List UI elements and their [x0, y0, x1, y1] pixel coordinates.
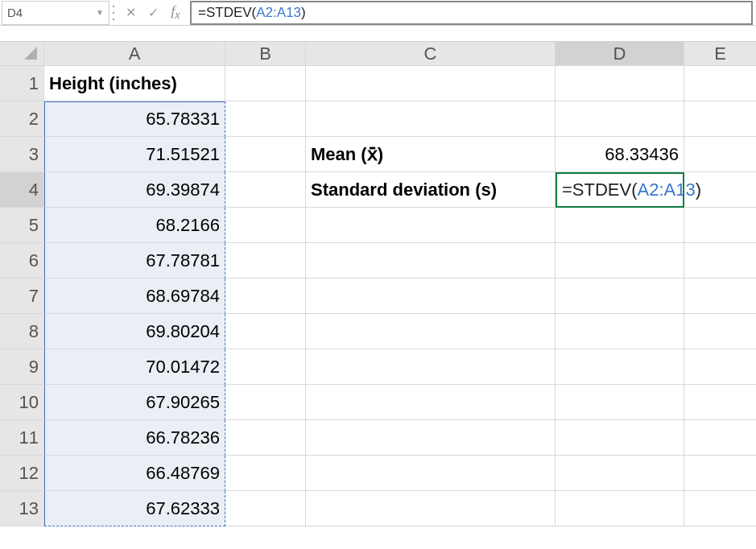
spacer — [0, 26, 756, 42]
col-header-C[interactable]: C — [306, 42, 556, 66]
col-header-D[interactable]: D — [556, 42, 684, 66]
cell-E4[interactable] — [684, 172, 756, 208]
cell-A7[interactable]: 68.69784 — [44, 279, 225, 314]
cell-B1[interactable] — [225, 66, 306, 101]
cell-C6[interactable] — [306, 243, 556, 279]
cell-B13[interactable] — [225, 491, 306, 526]
cell-B6[interactable] — [225, 243, 306, 279]
cell-E7[interactable] — [684, 279, 756, 314]
cell-B12[interactable] — [225, 456, 306, 491]
row-header-10[interactable]: 10 — [0, 385, 44, 420]
fx-icon: fx — [171, 3, 180, 22]
cell-D4-active[interactable]: =STDEV(A2:A13) — [556, 172, 684, 208]
cell-A9[interactable]: 70.01472 — [44, 349, 225, 385]
cell-D6[interactable] — [556, 243, 684, 279]
cell-C12[interactable] — [306, 456, 556, 491]
row-header-9[interactable]: 9 — [0, 349, 44, 385]
cell-E1[interactable] — [684, 66, 756, 101]
cell-D12[interactable] — [556, 456, 684, 491]
cell-A6[interactable]: 67.78781 — [44, 243, 225, 279]
name-box-value: D4 — [7, 6, 23, 19]
cell-A1[interactable]: Height (inches) — [44, 66, 225, 101]
cell-C7[interactable] — [306, 279, 556, 314]
cell-C13[interactable] — [306, 491, 556, 526]
x-icon: ✕ — [126, 5, 136, 20]
enter-button[interactable]: ✓ — [142, 1, 164, 25]
row-header-6[interactable]: 6 — [0, 243, 44, 279]
cell-D7[interactable] — [556, 279, 684, 314]
cell-E5[interactable] — [684, 208, 756, 243]
cell-C8[interactable] — [306, 314, 556, 349]
cell-B2[interactable] — [225, 101, 306, 137]
cell-D1[interactable] — [556, 66, 684, 101]
cell-B10[interactable] — [225, 385, 306, 420]
cell-B9[interactable] — [225, 349, 306, 385]
cell-A11[interactable]: 66.78236 — [44, 420, 225, 456]
cell-D2[interactable] — [556, 101, 684, 137]
row-header-4[interactable]: 4 — [0, 172, 44, 208]
d4-prefix: =STDEV( — [562, 180, 638, 200]
divider — [109, 0, 119, 25]
cell-C5[interactable] — [306, 208, 556, 243]
cell-A10[interactable]: 67.90265 — [44, 385, 225, 420]
cell-E13[interactable] — [684, 491, 756, 526]
formula-input[interactable]: =STDEV(A2:A13) — [190, 1, 753, 25]
cell-D10[interactable] — [556, 385, 684, 420]
cell-E12[interactable] — [684, 456, 756, 491]
cancel-button[interactable]: ✕ — [119, 1, 142, 25]
cell-C2[interactable] — [306, 101, 556, 137]
col-header-A[interactable]: A — [44, 42, 225, 66]
cell-B7[interactable] — [225, 279, 306, 314]
cell-C4[interactable]: Standard deviation (s) — [306, 172, 556, 208]
cell-A4[interactable]: 69.39874 — [44, 172, 225, 208]
row-header-2[interactable]: 2 — [0, 101, 44, 137]
cell-D3[interactable]: 68.33436 — [556, 137, 684, 172]
cell-D5[interactable] — [556, 208, 684, 243]
check-icon: ✓ — [148, 5, 159, 20]
cell-C10[interactable] — [306, 385, 556, 420]
cell-C11[interactable] — [306, 420, 556, 456]
cell-B3[interactable] — [225, 137, 306, 172]
cell-D13[interactable] — [556, 491, 684, 526]
triangle-icon — [24, 47, 37, 60]
cell-E6[interactable] — [684, 243, 756, 279]
cell-A3[interactable]: 71.51521 — [44, 137, 225, 172]
row-header-1[interactable]: 1 — [0, 66, 44, 101]
cell-A8[interactable]: 69.80204 — [44, 314, 225, 349]
cell-D9[interactable] — [556, 349, 684, 385]
cell-B8[interactable] — [225, 314, 306, 349]
cell-C1[interactable] — [306, 66, 556, 101]
cell-A12[interactable]: 66.48769 — [44, 456, 225, 491]
cell-B11[interactable] — [225, 420, 306, 456]
row-header-3[interactable]: 3 — [0, 137, 44, 172]
cell-B5[interactable] — [225, 208, 306, 243]
cell-E3[interactable] — [684, 137, 756, 172]
row-header-12[interactable]: 12 — [0, 456, 44, 491]
row-header-5[interactable]: 5 — [0, 208, 44, 243]
cell-B4[interactable] — [225, 172, 306, 208]
cell-E8[interactable] — [684, 314, 756, 349]
col-header-E[interactable]: E — [684, 42, 756, 66]
row-header-13[interactable]: 13 — [0, 491, 44, 526]
select-all-corner[interactable] — [0, 42, 44, 66]
col-header-B[interactable]: B — [225, 42, 306, 66]
cell-D11[interactable] — [556, 420, 684, 456]
formula-suffix: ) — [301, 5, 306, 21]
cell-C9[interactable] — [306, 349, 556, 385]
cell-E2[interactable] — [684, 101, 756, 137]
spreadsheet-grid[interactable]: A B C D E 1 Height (inches) 2 65.78331 3… — [0, 42, 756, 526]
cell-A5[interactable]: 68.2166 — [44, 208, 225, 243]
cell-C3[interactable]: Mean (x̄) — [306, 137, 556, 172]
name-box[interactable]: D4 ▼ — [2, 1, 109, 25]
row-header-8[interactable]: 8 — [0, 314, 44, 349]
cell-A13[interactable]: 67.62333 — [44, 491, 225, 526]
row-header-7[interactable]: 7 — [0, 279, 44, 314]
cell-E10[interactable] — [684, 385, 756, 420]
chevron-down-icon[interactable]: ▼ — [96, 8, 104, 17]
cell-E9[interactable] — [684, 349, 756, 385]
fx-button[interactable]: fx — [164, 1, 187, 25]
cell-E11[interactable] — [684, 420, 756, 456]
row-header-11[interactable]: 11 — [0, 420, 44, 456]
cell-A2[interactable]: 65.78331 — [44, 101, 225, 137]
cell-D8[interactable] — [556, 314, 684, 349]
